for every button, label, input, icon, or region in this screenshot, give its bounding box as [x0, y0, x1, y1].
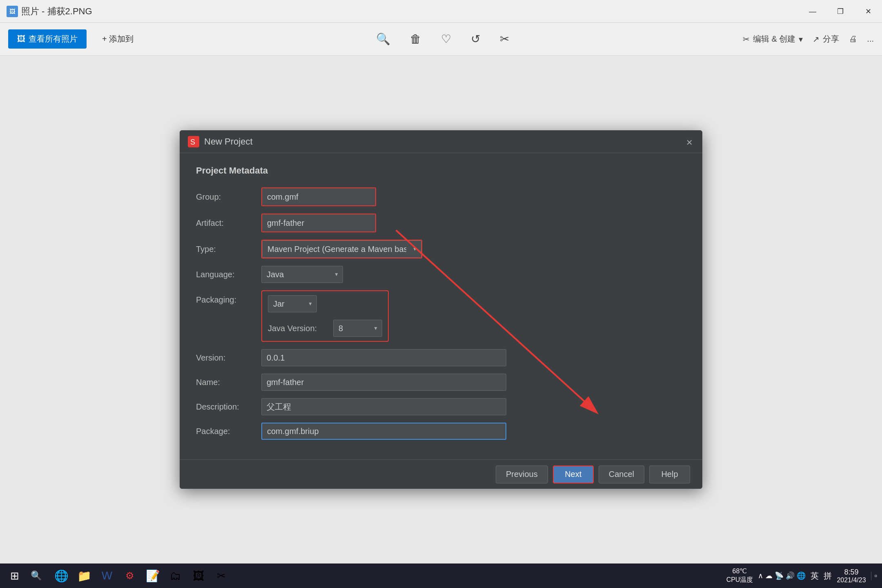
print-button[interactable]: 🖨 [849, 34, 857, 44]
description-label: Description: [196, 402, 261, 412]
language-indicator: 英 [811, 570, 819, 581]
language-label: Language: [196, 270, 261, 279]
java-version-select-wrapper: 8 11 17 [333, 320, 382, 337]
help-button[interactable]: Help [649, 466, 690, 483]
packaging-select[interactable]: Jar War [268, 295, 317, 312]
new-project-dialog: S New Project ✕ Project Metadata Group: … [180, 130, 702, 489]
type-row: Type: Maven Project (Generate a Maven ba… [196, 240, 686, 258]
edit-create-chevron: ▾ [799, 34, 803, 44]
start-icon: ⊞ [10, 570, 19, 582]
dialog-body: Project Metadata Group: Artifact: Type: [180, 153, 702, 459]
zoom-icon[interactable]: 🔍 [376, 32, 390, 46]
start-button[interactable]: ⊞ [5, 566, 24, 586]
taskbar-app-photos[interactable]: 🖼 [188, 565, 209, 586]
more-button[interactable]: ... [867, 34, 874, 44]
notepad-icon: 📝 [146, 569, 160, 583]
java-version-label: Java Version: [268, 324, 333, 333]
cancel-button[interactable]: Cancel [599, 466, 644, 483]
minimize-button[interactable]: — [799, 0, 826, 23]
explorer-icon: 📁 [77, 569, 91, 583]
show-desktop-button[interactable]: ▫ [871, 572, 877, 580]
more-icon: ... [867, 34, 874, 44]
packaging-java-section: Packaging: Jar War Java Version: [196, 290, 686, 342]
rotate-icon[interactable]: ↺ [471, 32, 480, 46]
window-title: 照片 - 捕获2.PNG [21, 5, 92, 18]
view-all-icon: 🖼 [17, 34, 25, 44]
add-to-button[interactable]: + 添加到 [93, 29, 143, 49]
version-input[interactable] [261, 349, 506, 366]
previous-button[interactable]: Previous [496, 466, 548, 483]
title-bar-left: 🖼 照片 - 捕获2.PNG [7, 5, 92, 18]
description-input[interactable] [261, 398, 506, 415]
name-input[interactable] [261, 374, 506, 391]
type-select[interactable]: Maven Project (Generate a Maven based pr… [262, 241, 421, 258]
cpu-temp: 68℃ CPU温度 [726, 567, 753, 584]
packaging-label: Packaging: [196, 295, 261, 305]
taskbar-search-button[interactable]: 🔍 [24, 566, 47, 586]
toolbar-center-icons: 🔍 🗑 ♡ ↺ ✂ [143, 32, 743, 46]
share-icon: ↗ [813, 34, 820, 44]
group-input[interactable] [262, 188, 375, 205]
share-button[interactable]: ↗ 分享 [813, 33, 839, 45]
edit-create-button[interactable]: ✂ 编辑 & 创建 ▾ [743, 33, 803, 45]
package-input[interactable] [261, 423, 506, 440]
type-select-wrapper: Maven Project (Generate a Maven based pr… [262, 241, 421, 258]
share-label: 分享 [823, 33, 839, 45]
taskbar-app-idea[interactable]: ⚙ [119, 565, 140, 586]
app-icon: 🖼 [7, 6, 18, 17]
taskbar-app-notepad[interactable]: 📝 [142, 565, 163, 586]
name-row: Name: [196, 374, 686, 391]
main-content: S New Project ✕ Project Metadata Group: … [0, 56, 882, 564]
dialog-title-bar: S New Project ✕ [180, 130, 702, 153]
group-label: Group: [196, 192, 261, 202]
word-icon: W [102, 569, 112, 582]
add-to-label: + 添加到 [102, 33, 134, 45]
taskbar-app-word[interactable]: W [96, 565, 118, 586]
type-label: Type: [196, 245, 261, 254]
packaging-select-wrapper: Jar War [268, 295, 317, 312]
taskbar-app-explorer[interactable]: 📁 [74, 565, 95, 586]
dialog-footer: Previous Next Cancel Help [180, 459, 702, 489]
java-version-row-inner: Java Version: 8 11 17 [268, 320, 382, 337]
package-label: Package: [196, 427, 261, 436]
files-icon: 🗂 [170, 569, 181, 583]
artifact-input[interactable] [262, 214, 375, 232]
package-row: Package: [196, 423, 686, 440]
crop-icon[interactable]: ✂ [500, 32, 509, 46]
view-all-label: 查看所有照片 [29, 33, 78, 45]
edit-create-label: 编辑 & 创建 [753, 33, 795, 45]
toolbar-right: ✂ 编辑 & 创建 ▾ ↗ 分享 🖨 ... [743, 33, 874, 45]
section-title: Project Metadata [196, 165, 686, 176]
dialog-title: New Project [204, 136, 253, 147]
close-button[interactable]: ✕ [854, 0, 882, 23]
taskbar-app-snip[interactable]: ✂ [211, 565, 232, 586]
photos-icon: 🖼 [193, 569, 204, 583]
dialog-app-icon: S [188, 136, 199, 147]
input-method-indicator: 拼 [824, 570, 832, 581]
taskbar-apps: 🌐 📁 W ⚙ 📝 🗂 🖼 ✂ [51, 565, 232, 586]
name-label: Name: [196, 378, 261, 387]
taskbar-app-chrome[interactable]: 🌐 [51, 565, 72, 586]
dialog-close-button[interactable]: ✕ [683, 136, 696, 149]
photo-toolbar: 🖼 查看所有照片 + 添加到 🔍 🗑 ♡ ↺ ✂ ✂ 编辑 & 创建 ▾ ↗ 分… [0, 23, 882, 56]
svg-text:S: S [190, 138, 195, 146]
taskbar: ⊞ 🔍 🌐 📁 W ⚙ 📝 🗂 🖼 ✂ 68℃ CPU [0, 564, 882, 588]
language-row: Language: Java Kotlin Groovy [196, 266, 686, 283]
java-version-select[interactable]: 8 11 17 [333, 320, 382, 337]
version-label: Version: [196, 353, 261, 363]
view-all-button[interactable]: 🖼 查看所有照片 [8, 29, 87, 49]
delete-icon[interactable]: 🗑 [410, 32, 421, 46]
packaging-row-inner: Jar War [268, 295, 382, 312]
window-controls: — ❐ ✕ [799, 0, 882, 23]
maximize-button[interactable]: ❐ [826, 0, 854, 23]
language-select-wrapper: Java Kotlin Groovy [261, 266, 343, 283]
favorite-icon[interactable]: ♡ [441, 32, 451, 46]
description-row: Description: [196, 398, 686, 415]
taskbar-app-files[interactable]: 🗂 [165, 565, 186, 586]
snip-icon: ✂ [217, 570, 226, 582]
idea-icon: ⚙ [125, 570, 134, 581]
taskbar-clock[interactable]: 8:59 2021/4/23 [837, 568, 866, 584]
group-row: Group: [196, 187, 686, 206]
language-select[interactable]: Java Kotlin Groovy [261, 266, 343, 283]
next-button[interactable]: Next [553, 466, 594, 483]
